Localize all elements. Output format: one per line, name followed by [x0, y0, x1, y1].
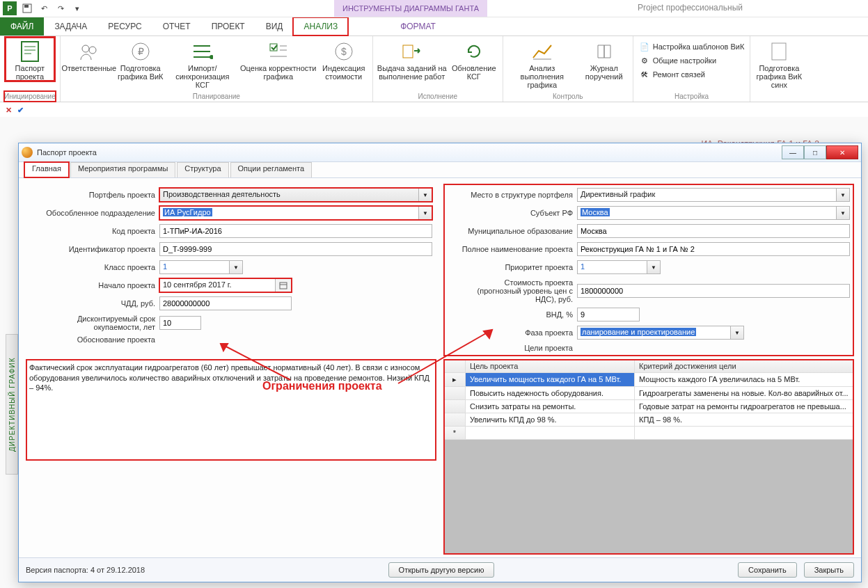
qat-redo-icon[interactable]: ↷ — [54, 2, 67, 15]
btn-setup-templates[interactable]: 📄Настройка шаблонов ВиК — [638, 40, 746, 53]
lab-priority: Приоритет проекта — [448, 263, 573, 271]
field-irr[interactable] — [577, 308, 640, 321]
field-npv[interactable] — [159, 296, 292, 310]
btn-passport[interactable]: Паспорт проекта — [6, 38, 54, 81]
btn-prep-vik[interactable]: ₽ Подготовка графика ВиК — [116, 38, 165, 81]
btn-import-ksg-label: Импорт/ синхронизация КСГ — [168, 64, 237, 89]
goal-cell: Повысить надежность оборудования. — [466, 387, 635, 399]
view-strip[interactable]: ДИРЕКТИВНЫЙ ГРАФИК — [6, 334, 18, 475]
ribbon-group-exec: Выдача заданий на выполнение работ Обнов… — [373, 36, 503, 102]
row-indicator-icon: ▸ — [444, 373, 466, 386]
field-municip[interactable] — [577, 224, 850, 238]
chevron-down-icon[interactable]: ▼ — [836, 206, 850, 220]
chevron-down-icon[interactable]: ▼ — [418, 206, 432, 220]
field-portfolio[interactable]: Производственная деятельность▼ — [159, 188, 432, 202]
btn-analyze-exec[interactable]: Анализ выполнения графика — [507, 38, 577, 89]
ribbon-group-ctrl: Анализ выполнения графика Журнал поручен… — [503, 36, 633, 102]
goals-header-crit: Критерий достижения цели — [635, 360, 853, 372]
btn-responsible[interactable]: Ответственные — [65, 38, 113, 72]
qat-undo-icon[interactable]: ↶ — [38, 2, 50, 15]
justification-text[interactable]: Фактический срок эксплуатации гидроагрег… — [26, 359, 436, 460]
tab-task[interactable]: ЗАДАЧА — [44, 17, 97, 35]
dtab-main[interactable]: Главная — [24, 162, 69, 177]
btn-setup-links[interactable]: 🛠Ремонт связей — [638, 68, 746, 81]
chevron-down-icon[interactable]: ▼ — [647, 260, 661, 274]
chart-icon — [531, 40, 553, 63]
field-cost[interactable] — [577, 284, 850, 298]
dialog-icon — [22, 147, 33, 158]
btn-save[interactable]: Сохранить — [738, 562, 797, 578]
entry-input[interactable] — [29, 104, 868, 116]
goals-panel: Цель проекта Критерий достижения цели ▸ … — [443, 359, 854, 555]
calendar-icon[interactable] — [275, 278, 292, 292]
field-branch-value: ИА РусГидро — [163, 208, 212, 216]
app-logo: P — [3, 1, 17, 15]
dialog-body: Портфель проекта Производственная деятел… — [19, 178, 861, 557]
table-row[interactable]: Повысить надежность оборудования. Гидроа… — [444, 387, 853, 400]
field-region[interactable]: Москва▼ — [577, 206, 850, 220]
tab-view[interactable]: ВИД — [255, 17, 294, 35]
dtab-struct[interactable]: Структура — [177, 162, 228, 177]
crit-cell: КПД – 98 %. — [635, 413, 853, 426]
btn-prep-vik-2[interactable]: Подготовка графика ВиК синх — [755, 38, 803, 89]
chevron-down-icon[interactable]: ▼ — [418, 188, 432, 202]
tab-format[interactable]: ФОРМАТ — [390, 17, 446, 35]
field-phase[interactable]: ланирование и проектирование▼ — [577, 326, 744, 340]
form-right-column: Место в структуре портфеля Директивный г… — [443, 184, 854, 356]
field-start[interactable]: 10 сентября 2017 г. — [159, 278, 292, 292]
btn-journal[interactable]: Журнал поручений — [580, 38, 629, 81]
tab-project[interactable]: ПРОЕКТ — [201, 17, 255, 35]
field-branch[interactable]: ИА РусГидро▼ — [159, 206, 432, 220]
lab-goals: Цели проекта — [448, 344, 573, 352]
wrench-icon: 🛠 — [639, 69, 650, 80]
field-code[interactable] — [159, 224, 432, 238]
tab-analysis[interactable]: АНАЛИЗ — [293, 17, 348, 35]
tab-file[interactable]: ФАЙЛ — [0, 17, 44, 35]
btn-responsible-label: Ответственные — [61, 64, 116, 72]
btn-quality[interactable]: Оценка корректности графика — [240, 38, 317, 81]
refresh-icon — [463, 40, 485, 63]
field-place[interactable]: Директивный график▼ — [577, 188, 850, 202]
goals-grid[interactable]: Цель проекта Критерий достижения цели ▸ … — [443, 359, 854, 555]
tab-resource[interactable]: РЕСУРС — [97, 17, 152, 35]
table-row[interactable]: ▸ Увеличить мощность каждого ГА на 5 МВт… — [444, 373, 853, 387]
entry-accept-icon[interactable]: ✔ — [17, 106, 24, 115]
btn-tasks-out[interactable]: Выдача заданий на выполнение работ — [377, 38, 447, 81]
svg-rect-22 — [772, 43, 786, 60]
field-ident[interactable] — [159, 242, 432, 256]
window-minimize-button[interactable]: — — [782, 145, 804, 159]
ribbon-group-extra: Подготовка графика ВиК синх — [750, 36, 807, 102]
field-class[interactable]: 1▼ — [159, 260, 243, 274]
btn-open-other-version[interactable]: Открыть другую версию — [388, 562, 495, 578]
window-maximize-button[interactable]: □ — [804, 145, 826, 159]
qat-more-icon[interactable]: ▾ — [71, 2, 84, 15]
btn-setup-common[interactable]: ⚙Общие настройки — [638, 54, 746, 67]
window-close-button[interactable]: ✕ — [826, 145, 858, 159]
new-row-icon: * — [444, 427, 466, 439]
btn-update-ksg[interactable]: Обновление КСГ — [450, 38, 498, 81]
chevron-down-icon[interactable]: ▼ — [836, 188, 850, 202]
field-payback[interactable] — [159, 316, 201, 330]
qat-save-icon[interactable] — [21, 2, 33, 15]
goal-cell: Увеличить КПД до 98 %. — [466, 413, 635, 426]
dialog-titlebar[interactable]: Паспорт проекта — □ ✕ — [19, 143, 861, 162]
entry-bar: ✕ ✔ — [0, 102, 868, 118]
form-left-column: Портфель проекта Производственная деятел… — [26, 184, 436, 356]
gear-icon: ⚙ — [639, 55, 650, 66]
btn-index-cost-label: Индексация стоимости — [322, 64, 365, 81]
table-row[interactable]: Снизить затраты на ремонты. Годовые затр… — [444, 400, 853, 413]
table-row[interactable]: Увеличить КПД до 98 %. КПД – 98 %. — [444, 413, 853, 427]
tab-report[interactable]: ОТЧЕТ — [152, 17, 201, 35]
field-fullname[interactable] — [577, 242, 850, 256]
chevron-down-icon[interactable]: ▼ — [730, 326, 744, 340]
btn-close[interactable]: Закрыть — [804, 562, 854, 578]
chevron-down-icon[interactable]: ▼ — [229, 260, 243, 274]
dtab-opts[interactable]: Опции регламента — [230, 162, 313, 177]
btn-index-cost[interactable]: $ Индексация стоимости — [319, 38, 368, 81]
entry-cancel-icon[interactable]: ✕ — [6, 106, 12, 115]
lab-justif: Обоснование проекта — [30, 335, 155, 344]
table-row-new[interactable]: * — [444, 427, 853, 440]
btn-import-ksg[interactable]: Импорт/ синхронизация КСГ — [168, 38, 237, 89]
dtab-program[interactable]: Мероприятия программы — [70, 162, 175, 177]
field-priority[interactable]: 1▼ — [577, 260, 661, 274]
